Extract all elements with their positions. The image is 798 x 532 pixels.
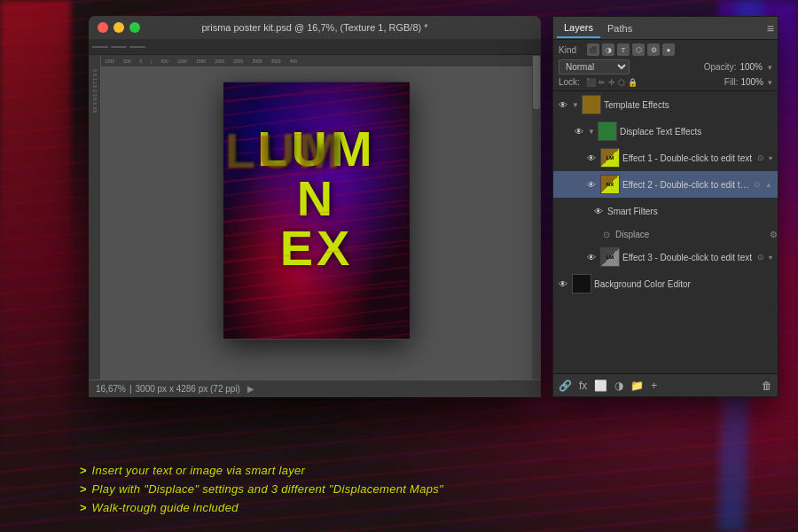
lock-row: Lock: ⬛ ✏ ✛ ⬡ 🔒 Fill: 100% ▾ [559,77,772,87]
poster-overlay [223,82,410,340]
layers-panel: Layers Paths ≡ Kind ⬛ ◑ T ⬡ ⚙ ● Normal O… [552,16,778,397]
layer-options-icon[interactable]: ⊙ [754,180,761,189]
ruler-mark: 1000 [105,59,114,64]
fill-value: 100% [740,77,763,87]
ruler-mark: 400 [290,59,297,64]
close-button[interactable] [98,22,108,33]
visibility-icon[interactable]: 👁 [573,125,585,137]
ruler-mark: 1500 [196,59,206,64]
ruler-mark: 3000 [252,59,262,64]
layer-name: Background Color Editor [594,279,774,289]
bullet-arrow-1: > [80,464,87,477]
bullet-arrow-2: > [80,482,87,496]
lock-label: Lock: [559,77,583,87]
lock-all-icon[interactable]: 🔒 [628,78,638,87]
layer-effect-1[interactable]: 👁 LM Effect 1 - Double-click to edit tex… [553,145,778,171]
scroll-thumb[interactable] [533,56,540,109]
ruler-mark: 0 [139,59,142,64]
panel-tab-bar: Layers Paths ≡ [553,17,778,40]
ruler-mark: 1000 [177,59,187,64]
canvas-inner[interactable]: LUM N EX [101,67,532,379]
top-ruler: 1000 500 0 | 500 1000 1500 2000 2500 300… [101,55,532,67]
visibility-icon[interactable]: 👁 [592,205,605,217]
toolbar-tick-3 [129,46,145,48]
visibility-icon[interactable]: 👁 [585,152,598,164]
link-layers-icon[interactable]: 🔗 [559,379,572,392]
ruler-mark: 500 [161,59,168,64]
pixel-filter-icon[interactable]: ⬛ [587,43,599,56]
shape-filter-icon[interactable]: ⬡ [632,43,645,56]
filter-kind-row: Kind ⬛ ◑ T ⬡ ⚙ ● [559,43,772,56]
bullet-item-1: > Insert your text or image via smart la… [80,464,443,477]
adjustment-filter-icon[interactable]: ◑ [602,43,614,56]
vertical-scrollbar[interactable] [532,55,541,379]
tab-paths[interactable]: Paths [600,20,639,37]
fill-chevron[interactable]: ▾ [768,78,772,87]
bullet-text-2: Play with "Displace" settings and 3 diff… [92,482,443,496]
ruler-mark: 3 [92,102,97,105]
smart-filter-icon[interactable]: ⚙ [647,43,660,56]
layer-effect-2[interactable]: 👁 NX Effect 2 - Double-click to edit tex… [553,171,778,198]
ruler-mark: 2.5 [92,94,97,100]
panel-menu-button[interactable]: ≡ [767,21,774,35]
type-filter-icon[interactable]: T [617,43,630,56]
add-layer-icon[interactable]: + [651,379,657,392]
blend-mode-select[interactable]: Normal [559,59,630,74]
window-title: prisma poster kit.psd @ 16,7%, (Texture … [201,22,427,33]
filter-settings-icon[interactable]: ⚙ [770,230,778,239]
layer-name: Effect 3 - Double-click to edit text [622,253,755,262]
ruler-mark: 500 [123,59,130,64]
ruler-mark: 2000 [215,59,224,64]
lock-transparent-icon[interactable]: ⬛ [586,78,596,87]
layer-expand-icon[interactable]: ▾ [767,252,774,263]
ruler-mark: 1 [92,78,97,81]
layer-thumbnail: LM [600,148,620,168]
document-dimensions: 3000 px x 4286 px (72 ppi) [136,384,240,394]
layer-bg-color[interactable]: 👁 Background Color Editor [553,270,778,297]
kind-filter-icons: ⬛ ◑ T ⬡ ⚙ ● [587,43,675,56]
layer-options-icon[interactable]: ⊙ [757,153,764,162]
visibility-icon[interactable]: 👁 [585,178,598,191]
add-mask-icon[interactable]: ⬜ [594,379,607,392]
ruler-mark: 2500 [233,59,243,64]
canvas-column: 1000 500 0 | 500 1000 1500 2000 2500 300… [101,55,532,379]
filter-displace[interactable]: ⊙ Displace ⚙ [553,224,778,244]
layer-effect-3[interactable]: 👁 LM Effect 3 - Double-click to edit tex… [553,244,778,270]
layer-smart-filters[interactable]: 👁 Smart Filters [553,198,778,224]
maximize-button[interactable] [129,22,140,33]
collapse-icon[interactable]: ▼ [572,101,579,109]
add-group-icon[interactable]: 📁 [630,379,644,392]
lock-position-icon[interactable]: ✛ [608,78,615,87]
layer-name: Displace Text Effects [620,127,774,137]
layer-list: 👁 ▼ Template Effects 👁 ▼ Displace Text E… [553,91,778,373]
photoshop-window: prisma poster kit.psd @ 16,7%, (Texture … [89,16,541,397]
visibility-icon[interactable]: 👁 [557,278,569,290]
delete-layer-icon[interactable]: 🗑 [762,379,772,392]
layer-displace-text[interactable]: 👁 ▼ Displace Text Effects [553,118,778,145]
filter-name: Displace [615,230,649,239]
poster-preview: LUM N EX [223,82,410,340]
opacity-chevron[interactable]: ▾ [768,63,772,72]
layer-options-icon[interactable]: ⊙ [757,253,764,262]
add-style-icon[interactable]: fx [579,379,587,392]
bullet-item-3: > Walk-trough guide included [80,501,443,514]
kind-label: Kind [559,45,583,55]
visibility-icon[interactable]: 👁 [585,251,598,263]
lock-artboard-icon[interactable]: ⬡ [618,78,625,87]
layer-collapse-icon[interactable]: ▲ [763,179,774,191]
zoom-level: 16,67% [96,384,126,394]
status-arrow[interactable]: ▶ [247,384,254,394]
tab-layers[interactable]: Layers [557,19,600,38]
collapse-icon[interactable]: ▼ [588,128,595,136]
ruler-mark: 3500 [271,59,281,64]
layer-expand-icon[interactable]: ▾ [767,153,774,164]
lock-pixels-icon[interactable]: ✏ [598,78,606,87]
ruler-mark: 2 [92,90,97,92]
minimize-button[interactable] [113,22,124,33]
filter-icon: ⊙ [603,230,610,239]
layer-thumbnail: LM [600,247,620,267]
layer-template-effects[interactable]: 👁 ▼ Template Effects [553,91,778,118]
more-filter-icon[interactable]: ● [662,43,675,56]
visibility-icon[interactable]: 👁 [557,98,569,111]
add-adjustment-icon[interactable]: ◑ [614,379,623,392]
